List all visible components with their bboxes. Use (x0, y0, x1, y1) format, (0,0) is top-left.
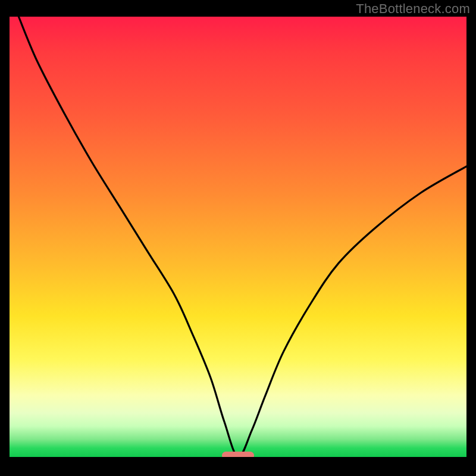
watermark-text: TheBottleneck.com (356, 1, 470, 17)
bottleneck-curve (10, 17, 466, 457)
plot-area (10, 17, 466, 457)
min-marker (222, 452, 254, 457)
chart-frame: TheBottleneck.com (0, 0, 476, 476)
